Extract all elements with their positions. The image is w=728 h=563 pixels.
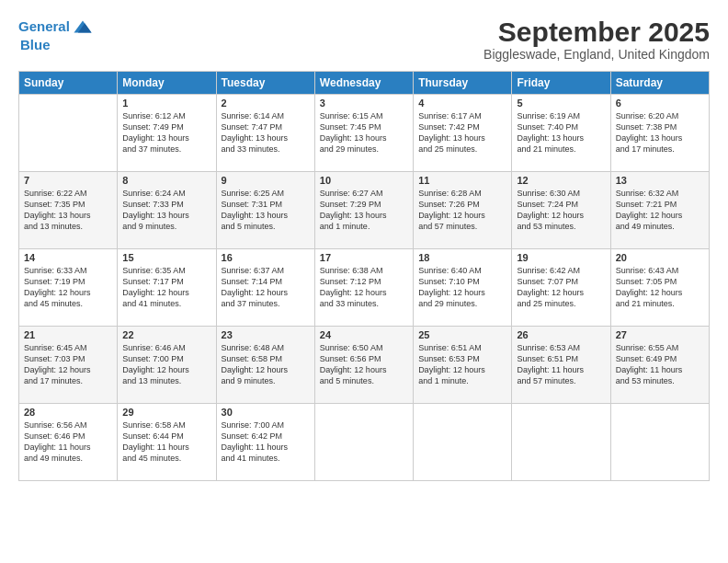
calendar-cell: 15Sunrise: 6:35 AM Sunset: 7:17 PM Dayli… (118, 249, 216, 327)
cell-info: Sunrise: 6:38 AM Sunset: 7:12 PM Dayligh… (320, 265, 408, 310)
cell-info: Sunrise: 6:42 AM Sunset: 7:07 PM Dayligh… (517, 265, 605, 310)
day-number: 4 (418, 98, 506, 109)
cell-info: Sunrise: 6:12 AM Sunset: 7:49 PM Dayligh… (122, 110, 210, 155)
cell-info: Sunrise: 6:58 AM Sunset: 6:44 PM Dayligh… (122, 419, 210, 465)
cell-info: Sunrise: 6:33 AM Sunset: 7:19 PM Dayligh… (24, 265, 112, 310)
month-title: September 2025 (483, 17, 710, 47)
cell-info: Sunrise: 6:17 AM Sunset: 7:42 PM Dayligh… (418, 110, 506, 155)
calendar-cell: 1Sunrise: 6:12 AM Sunset: 7:49 PM Daylig… (118, 95, 216, 172)
cell-info: Sunrise: 6:48 AM Sunset: 6:58 PM Dayligh… (222, 342, 310, 387)
day-number: 13 (616, 175, 704, 186)
day-number: 17 (320, 252, 408, 263)
day-number: 15 (122, 252, 210, 263)
cell-info: Sunrise: 6:37 AM Sunset: 7:14 PM Dayligh… (222, 265, 310, 310)
logo-icon (73, 17, 93, 37)
day-number: 29 (122, 407, 210, 418)
calendar-cell: 10Sunrise: 6:27 AM Sunset: 7:29 PM Dayli… (314, 172, 413, 249)
day-number: 16 (222, 252, 310, 263)
calendar-cell: 11Sunrise: 6:28 AM Sunset: 7:26 PM Dayli… (414, 172, 512, 249)
cell-info: Sunrise: 6:28 AM Sunset: 7:26 PM Dayligh… (418, 188, 506, 233)
cell-info: Sunrise: 6:24 AM Sunset: 7:33 PM Dayligh… (122, 188, 210, 233)
calendar-cell (19, 95, 118, 172)
day-number: 20 (616, 252, 704, 263)
calendar-cell: 21Sunrise: 6:45 AM Sunset: 7:03 PM Dayli… (19, 327, 118, 404)
cell-info: Sunrise: 7:00 AM Sunset: 6:42 PM Dayligh… (222, 419, 310, 465)
cell-info: Sunrise: 6:35 AM Sunset: 7:17 PM Dayligh… (122, 265, 210, 310)
cell-info: Sunrise: 6:25 AM Sunset: 7:31 PM Dayligh… (222, 188, 310, 233)
day-number: 23 (222, 329, 310, 340)
day-number: 1 (122, 98, 210, 109)
calendar-cell: 8Sunrise: 6:24 AM Sunset: 7:33 PM Daylig… (118, 172, 216, 249)
day-number: 12 (517, 175, 605, 186)
day-number: 9 (222, 175, 310, 186)
calendar-cell: 29Sunrise: 6:58 AM Sunset: 6:44 PM Dayli… (118, 404, 216, 481)
cell-info: Sunrise: 6:27 AM Sunset: 7:29 PM Dayligh… (320, 188, 408, 233)
day-number: 24 (320, 329, 408, 340)
cell-info: Sunrise: 6:56 AM Sunset: 6:46 PM Dayligh… (24, 419, 112, 465)
calendar-cell: 25Sunrise: 6:51 AM Sunset: 6:53 PM Dayli… (414, 327, 512, 404)
day-number: 26 (517, 329, 605, 340)
day-number: 11 (418, 175, 506, 186)
calendar-cell: 6Sunrise: 6:20 AM Sunset: 7:38 PM Daylig… (610, 95, 709, 172)
calendar-cell: 22Sunrise: 6:46 AM Sunset: 7:00 PM Dayli… (118, 327, 216, 404)
calendar-header-row: SundayMondayTuesdayWednesdayThursdayFrid… (19, 72, 710, 95)
calendar-cell: 5Sunrise: 6:19 AM Sunset: 7:40 PM Daylig… (512, 95, 610, 172)
calendar-week-5: 28Sunrise: 6:56 AM Sunset: 6:46 PM Dayli… (19, 404, 710, 481)
cell-info: Sunrise: 6:45 AM Sunset: 7:03 PM Dayligh… (24, 342, 112, 387)
title-block: September 2025 Biggleswade, England, Uni… (483, 17, 710, 62)
calendar-week-3: 14Sunrise: 6:33 AM Sunset: 7:19 PM Dayli… (19, 249, 710, 327)
location: Biggleswade, England, United Kingdom (483, 47, 710, 62)
cell-info: Sunrise: 6:55 AM Sunset: 6:49 PM Dayligh… (616, 342, 704, 387)
cell-info: Sunrise: 6:19 AM Sunset: 7:40 PM Dayligh… (517, 110, 605, 155)
calendar-cell: 2Sunrise: 6:14 AM Sunset: 7:47 PM Daylig… (216, 95, 314, 172)
cell-info: Sunrise: 6:32 AM Sunset: 7:21 PM Dayligh… (616, 188, 704, 233)
cell-info: Sunrise: 6:22 AM Sunset: 7:35 PM Dayligh… (24, 188, 112, 233)
cell-info: Sunrise: 6:43 AM Sunset: 7:05 PM Dayligh… (616, 265, 704, 310)
calendar-cell: 4Sunrise: 6:17 AM Sunset: 7:42 PM Daylig… (414, 95, 512, 172)
calendar-cell: 3Sunrise: 6:15 AM Sunset: 7:45 PM Daylig… (314, 95, 413, 172)
cell-info: Sunrise: 6:20 AM Sunset: 7:38 PM Dayligh… (616, 110, 704, 155)
calendar-cell: 17Sunrise: 6:38 AM Sunset: 7:12 PM Dayli… (314, 249, 413, 327)
calendar-table: SundayMondayTuesdayWednesdayThursdayFrid… (18, 71, 710, 481)
calendar-cell: 30Sunrise: 7:00 AM Sunset: 6:42 PM Dayli… (216, 404, 314, 481)
calendar-cell (414, 404, 512, 481)
calendar-cell: 18Sunrise: 6:40 AM Sunset: 7:10 PM Dayli… (414, 249, 512, 327)
header-monday: Monday (118, 72, 216, 95)
calendar-cell: 19Sunrise: 6:42 AM Sunset: 7:07 PM Dayli… (512, 249, 610, 327)
header-tuesday: Tuesday (216, 72, 314, 95)
calendar-cell: 26Sunrise: 6:53 AM Sunset: 6:51 PM Dayli… (512, 327, 610, 404)
header-saturday: Saturday (610, 72, 709, 95)
calendar-cell: 12Sunrise: 6:30 AM Sunset: 7:24 PM Dayli… (512, 172, 610, 249)
cell-info: Sunrise: 6:14 AM Sunset: 7:47 PM Dayligh… (222, 110, 310, 155)
page-header: General Blue September 2025 Biggleswade,… (18, 17, 710, 62)
cell-info: Sunrise: 6:15 AM Sunset: 7:45 PM Dayligh… (320, 110, 408, 155)
calendar-cell (610, 404, 709, 481)
calendar-cell: 16Sunrise: 6:37 AM Sunset: 7:14 PM Dayli… (216, 249, 314, 327)
day-number: 5 (517, 98, 605, 109)
calendar-cell: 13Sunrise: 6:32 AM Sunset: 7:21 PM Dayli… (610, 172, 709, 249)
day-number: 2 (222, 98, 310, 109)
day-number: 7 (24, 175, 112, 186)
calendar-cell: 9Sunrise: 6:25 AM Sunset: 7:31 PM Daylig… (216, 172, 314, 249)
calendar-cell: 27Sunrise: 6:55 AM Sunset: 6:49 PM Dayli… (610, 327, 709, 404)
day-number: 19 (517, 252, 605, 263)
calendar-week-1: 1Sunrise: 6:12 AM Sunset: 7:49 PM Daylig… (19, 95, 710, 172)
calendar-cell: 7Sunrise: 6:22 AM Sunset: 7:35 PM Daylig… (19, 172, 118, 249)
day-number: 6 (616, 98, 704, 109)
header-wednesday: Wednesday (314, 72, 413, 95)
day-number: 18 (418, 252, 506, 263)
logo: General Blue (18, 17, 93, 52)
calendar-cell: 28Sunrise: 6:56 AM Sunset: 6:46 PM Dayli… (19, 404, 118, 481)
header-thursday: Thursday (414, 72, 512, 95)
cell-info: Sunrise: 6:50 AM Sunset: 6:56 PM Dayligh… (320, 342, 408, 387)
header-friday: Friday (512, 72, 610, 95)
calendar-cell: 20Sunrise: 6:43 AM Sunset: 7:05 PM Dayli… (610, 249, 709, 327)
calendar-cell: 23Sunrise: 6:48 AM Sunset: 6:58 PM Dayli… (216, 327, 314, 404)
day-number: 28 (24, 407, 112, 418)
day-number: 27 (616, 329, 704, 340)
logo-text: General (18, 18, 70, 35)
day-number: 8 (122, 175, 210, 186)
cell-info: Sunrise: 6:40 AM Sunset: 7:10 PM Dayligh… (418, 265, 506, 310)
cell-info: Sunrise: 6:51 AM Sunset: 6:53 PM Dayligh… (418, 342, 506, 387)
calendar-week-2: 7Sunrise: 6:22 AM Sunset: 7:35 PM Daylig… (19, 172, 710, 249)
